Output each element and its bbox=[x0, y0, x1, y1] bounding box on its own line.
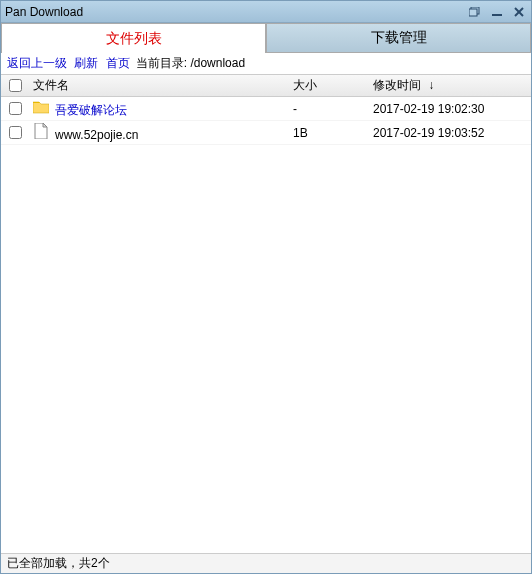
folder-icon bbox=[33, 99, 49, 115]
tabs: 文件列表 下载管理 bbox=[1, 23, 531, 53]
refresh-link[interactable]: 刷新 bbox=[74, 55, 98, 72]
file-icon bbox=[33, 123, 49, 139]
sort-indicator-icon: ↓ bbox=[428, 78, 434, 92]
row-name[interactable]: 吾爱破解论坛 bbox=[55, 103, 127, 117]
tab-download-manager[interactable]: 下载管理 bbox=[266, 23, 531, 53]
row-name-cell: 吾爱破解论坛 bbox=[33, 99, 293, 119]
current-dir-path: /download bbox=[190, 56, 245, 70]
statusbar: 已全部加载，共2个 bbox=[1, 553, 531, 573]
status-text: 已全部加载，共2个 bbox=[7, 555, 110, 572]
restore-icon[interactable] bbox=[467, 5, 483, 19]
list-item[interactable]: www.52pojie.cn1B2017-02-19 19:03:52 bbox=[1, 121, 531, 145]
row-checkbox[interactable] bbox=[9, 102, 22, 115]
titlebar: Pan Download bbox=[1, 1, 531, 23]
row-size: 1B bbox=[293, 126, 373, 140]
header-checkbox-cell bbox=[9, 79, 33, 92]
header-time[interactable]: 修改时间 ↓ bbox=[373, 77, 523, 94]
row-checkbox[interactable] bbox=[9, 126, 22, 139]
row-name: www.52pojie.cn bbox=[55, 128, 138, 142]
list-item[interactable]: 吾爱破解论坛-2017-02-19 19:02:30 bbox=[1, 97, 531, 121]
close-icon[interactable] bbox=[511, 5, 527, 19]
titlebar-buttons bbox=[467, 5, 527, 19]
back-link[interactable]: 返回上一级 bbox=[7, 55, 67, 72]
home-link[interactable]: 首页 bbox=[106, 55, 130, 72]
row-time: 2017-02-19 19:02:30 bbox=[373, 102, 523, 116]
row-time: 2017-02-19 19:03:52 bbox=[373, 126, 523, 140]
header-size[interactable]: 大小 bbox=[293, 77, 373, 94]
svg-rect-1 bbox=[469, 9, 477, 16]
column-header: 文件名 大小 修改时间 ↓ bbox=[1, 75, 531, 97]
select-all-checkbox[interactable] bbox=[9, 79, 22, 92]
header-name[interactable]: 文件名 bbox=[33, 77, 293, 94]
row-size: - bbox=[293, 102, 373, 116]
toolbar: 返回上一级 刷新 首页 当前目录: /download bbox=[1, 53, 531, 75]
minimize-icon[interactable] bbox=[489, 5, 505, 19]
row-name-cell: www.52pojie.cn bbox=[33, 123, 293, 142]
file-list: 吾爱破解论坛-2017-02-19 19:02:30www.52pojie.cn… bbox=[1, 97, 531, 553]
current-dir-label: 当前目录: /download bbox=[136, 55, 245, 72]
tab-file-list[interactable]: 文件列表 bbox=[1, 23, 266, 53]
window-title: Pan Download bbox=[5, 5, 467, 19]
